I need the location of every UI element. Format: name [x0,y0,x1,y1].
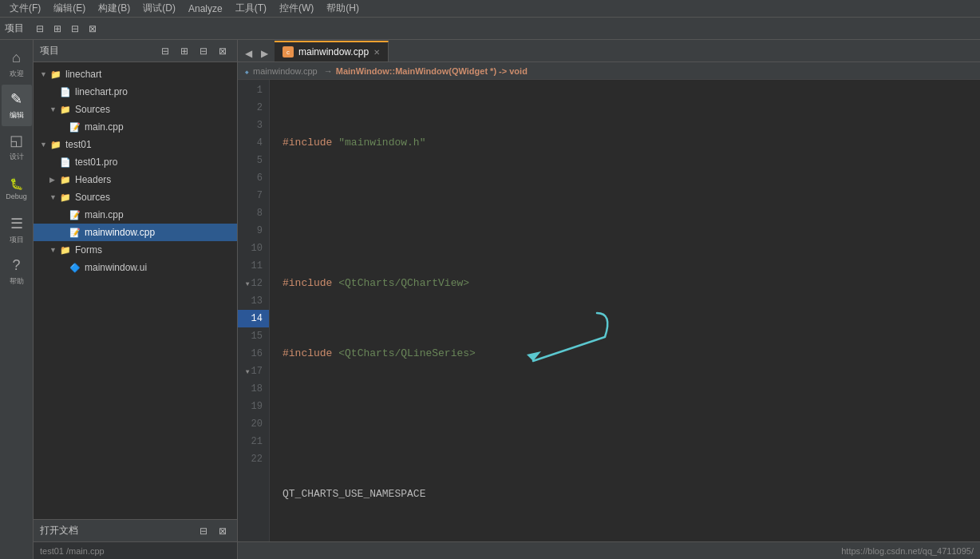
more-tree-btn[interactable]: ⊠ [215,43,231,59]
tree-item-headers[interactable]: ▶ 📁 Headers [34,171,237,188]
menu-control[interactable]: 控件(W) [273,0,320,17]
menu-debug[interactable]: 调试(D) [136,0,182,17]
sidebar-item-design[interactable]: ◱ 设计 [2,126,32,168]
cpp-icon-mainwindow: 📝 [69,226,81,239]
tree-item-mainwindow-cpp[interactable]: 📝 mainwindow.cpp [34,224,237,241]
right-panel: ◀ ▶ c mainwindow.cpp ✕ ⬥ mainwindow.cpp … [238,40,980,559]
sidebar-item-welcome-label: 欢迎 [10,69,24,79]
sidebar-item-design-label: 设计 [10,152,24,162]
sidebar-item-debug[interactable]: 🐛 Debug [2,168,32,209]
menu-analyze[interactable]: Analyze [182,2,229,16]
line-num-14: 14 [238,310,269,327]
split-tree-btn[interactable]: ⊟ [196,43,211,59]
breadcrumb-separator: → [324,66,333,76]
line-num-1: 1 [238,81,269,99]
code-lines[interactable]: #include "mainwindow.h" #include <QtChar… [270,80,980,541]
forms-arrow: ▼ [49,246,59,254]
sources1-label: Sources [75,104,110,115]
tab-bar: ◀ ▶ c mainwindow.cpp ✕ [238,40,980,62]
menu-build[interactable]: 构建(B) [92,0,136,17]
code-line-1: #include "mainwindow.h" [283,134,980,152]
file-tree-header: 项目 ⊟ ⊞ ⊟ ⊠ [34,40,237,62]
line-num-2: 2 [238,99,269,117]
line-num-16: 16 [238,345,269,363]
cpp-icon-main1: 📝 [69,121,81,133]
main-cpp-1-label: main.cpp [85,121,124,133]
welcome-icon: ⌂ [12,50,21,66]
sidebar-item-help[interactable]: ? 帮助 [2,251,32,292]
menu-edit[interactable]: 编辑(E) [47,0,92,17]
menu-help[interactable]: 帮助(H) [320,0,366,17]
sources1-arrow: ▼ [49,105,59,113]
main-cpp-2-label: main.cpp [85,209,124,220]
code-line-6: QT_CHARTS_USE_NAMESPACE [283,486,980,503]
tree-item-main-cpp-1[interactable]: 📝 main.cpp [34,118,237,136]
edit-icon: ✎ [10,90,22,108]
debug-icon: 🐛 [10,177,23,190]
folder-icon-test01: 📁 [49,138,62,151]
line-num-17: ▼17 [238,363,269,380]
code-line-4: #include <QtCharts/QLineSeries> [283,345,980,363]
test01-label: test01 [65,139,92,150]
cpp-icon-main2: 📝 [69,208,81,221]
expand-button[interactable]: ⊠ [85,21,101,37]
sidebar-item-project[interactable]: ☰ 项目 [2,209,32,251]
folder-icon-sources2: 📁 [59,191,72,204]
breadcrumb-icon: ⬥ [244,66,250,76]
mainwindow-cpp-label: mainwindow.cpp [85,227,155,238]
line-num-10: 10 [238,240,269,257]
pro-icon-test01: 📄 [59,156,72,168]
line-num-19: 19 [238,398,269,415]
code-line-5 [283,415,980,433]
file-tree-panel: 项目 ⊟ ⊞ ⊟ ⊠ ▼ 📁 linechart 📄 linechart.pro [34,40,238,559]
file-tree-title: 项目 [40,44,59,57]
line-num-12: ▼12 [238,275,269,292]
tree-item-sources-1[interactable]: ▼ 📁 Sources [34,101,237,118]
tree-item-linechart[interactable]: ▼ 📁 linechart [34,65,237,83]
main-layout: ⌂ 欢迎 ✎ 编辑 ◱ 设计 🐛 Debug ☰ 项目 ? 帮助 项目 ⊟ [0,40,980,559]
footer-expand-btn[interactable]: ⊠ [215,523,231,539]
line-num-21: 21 [238,433,269,450]
code-line-3: #include <QtCharts/QChartView> [283,275,980,292]
sources2-arrow: ▼ [49,193,59,201]
open-file-sub-label: test01 /main.cpp [40,546,105,556]
grid-button[interactable]: ⊟ [67,21,83,37]
test01-arrow: ▼ [40,141,49,149]
sidebar-item-debug-label: Debug [6,192,27,200]
line-num-22: 22 [238,450,269,468]
tree-item-linechart-pro[interactable]: 📄 linechart.pro [34,83,237,101]
filter-button[interactable]: ⊟ [32,21,48,37]
tree-item-sources-2[interactable]: ▼ 📁 Sources [34,188,237,206]
sidebar-item-help-label: 帮助 [10,276,24,287]
code-editor: 1 2 3 4 5 6 7 8 9 10 11 ▼12 13 14 15 [238,80,980,541]
open-file-sub: test01 /main.cpp [34,541,237,559]
line-num-15: 15 [238,327,269,345]
line-num-18: 18 [238,380,269,398]
sidebar-item-welcome[interactable]: ⌂ 欢迎 [2,43,32,85]
link-button[interactable]: ⊞ [49,21,65,37]
headers-label: Headers [75,174,111,185]
sidebar-icons: ⌂ 欢迎 ✎ 编辑 ◱ 设计 🐛 Debug ☰ 项目 ? 帮助 [0,40,34,559]
tab-back-btn[interactable]: ◀ [241,46,255,61]
tab-close-btn[interactable]: ✕ [373,48,380,57]
tree-item-main-cpp-2[interactable]: 📝 main.cpp [34,206,237,224]
tree-item-test01-pro[interactable]: 📄 test01.pro [34,153,237,171]
sidebar-item-edit[interactable]: ✎ 编辑 [2,85,32,126]
tree-item-test01[interactable]: ▼ 📁 test01 [34,136,237,153]
tree-item-forms[interactable]: ▼ 📁 Forms [34,241,237,259]
footer-split-btn[interactable]: ⊟ [196,523,211,539]
design-icon: ◱ [10,132,23,149]
folder-icon-linechart: 📁 [49,68,62,81]
project-label: 项目 [5,22,24,35]
filter-tree-btn[interactable]: ⊟ [157,43,173,59]
pro-icon-linechart: 📄 [59,85,72,98]
line-num-11: 11 [238,257,269,275]
file-tree-footer: 打开文档 ⊟ ⊠ [34,519,237,541]
tree-item-mainwindow-ui[interactable]: 🔷 mainwindow.ui [34,259,237,276]
menu-file[interactable]: 文件(F) [3,0,47,17]
link-tree-btn[interactable]: ⊞ [176,43,192,59]
line-num-3: 3 [238,117,269,134]
menu-tools[interactable]: 工具(T) [229,0,273,17]
tab-forward-btn[interactable]: ▶ [257,46,271,61]
tab-mainwindow-cpp[interactable]: c mainwindow.cpp ✕ [275,41,389,61]
